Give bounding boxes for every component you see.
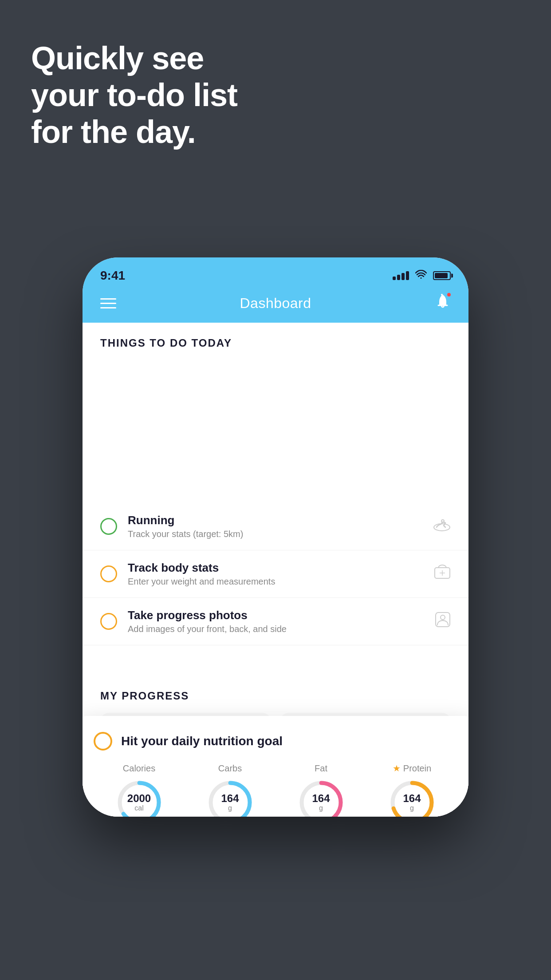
todo-item-running[interactable]: Running Track your stats (target: 5km) [83, 503, 468, 550]
fat-value: 164 [312, 792, 330, 804]
person-icon [435, 612, 451, 631]
calories-label: Calories [123, 763, 155, 774]
nutrition-fat: Fat 164 g [297, 763, 346, 817]
todo-name-body-stats: Track body stats [128, 561, 423, 575]
things-to-do-header: THINGS TO DO TODAY [83, 323, 468, 356]
calories-unit: cal [134, 804, 143, 812]
notification-dot [446, 292, 452, 297]
svg-point-8 [441, 615, 445, 620]
protein-label: ★ Protein [393, 763, 431, 774]
nutrition-goal-title: Hit your daily nutrition goal [121, 734, 283, 748]
todo-desc-running: Track your stats (target: 5km) [128, 529, 422, 539]
protein-unit: g [410, 804, 414, 812]
scale-icon [434, 564, 451, 584]
nutrition-calories: Calories 2000 cal [115, 763, 164, 817]
svg-point-0 [421, 277, 422, 279]
status-bar: 9:41 [83, 257, 468, 286]
protein-chart: 164 g [388, 778, 437, 817]
todo-text-running: Running Track your stats (target: 5km) [128, 514, 422, 539]
carbs-label: Carbs [218, 763, 242, 774]
todo-name-photos: Take progress photos [128, 609, 424, 622]
calories-chart: 2000 cal [115, 778, 164, 817]
phone-shell: 9:41 [83, 257, 468, 817]
todo-item-photos[interactable]: Take progress photos Add images of your … [83, 598, 468, 645]
nutrition-carbs: Carbs 164 g [206, 763, 255, 817]
todo-circle-running [100, 518, 117, 535]
notification-bell-icon[interactable] [435, 293, 451, 314]
todo-item-body-stats[interactable]: Track body stats Enter your weight and m… [83, 550, 468, 598]
todo-circle-body-stats [100, 565, 117, 582]
headline-line2: your to-do list [31, 77, 237, 113]
hamburger-menu[interactable] [100, 298, 116, 308]
todo-desc-photos: Add images of your front, back, and side [128, 624, 424, 634]
todo-desc-body-stats: Enter your weight and measurements [128, 577, 423, 587]
headline-line3: for the day. [31, 114, 196, 150]
todo-text-body-stats: Track body stats Enter your weight and m… [128, 561, 423, 587]
status-time: 9:41 [100, 269, 125, 283]
carbs-value: 164 [221, 792, 239, 804]
calories-value: 2000 [127, 792, 151, 804]
fat-label: Fat [315, 763, 327, 774]
signal-icon [393, 271, 409, 280]
main-content: THINGS TO DO TODAY Running Track your st… [83, 323, 468, 817]
fat-unit: g [319, 804, 323, 812]
nav-bar: Dashboard [83, 286, 468, 323]
wifi-icon [415, 270, 427, 281]
todo-section: Running Track your stats (target: 5km) [83, 356, 468, 645]
card-row-title: Hit your daily nutrition goal [94, 732, 457, 751]
headline: Quickly see your to-do list for the day. [31, 40, 237, 150]
carbs-chart: 164 g [206, 778, 255, 817]
nav-title: Dashboard [240, 295, 311, 312]
protein-value: 164 [403, 793, 421, 804]
nutrition-circles: Calories 2000 cal [94, 763, 457, 817]
todo-circle-photos [100, 613, 117, 630]
svg-point-1 [441, 294, 443, 296]
carbs-unit: g [228, 804, 232, 812]
status-icons [393, 270, 451, 281]
nutrition-protein: ★ Protein 164 g [388, 763, 437, 817]
star-icon: ★ [393, 763, 401, 774]
fat-chart: 164 g [297, 778, 346, 817]
todo-text-photos: Take progress photos Add images of your … [128, 609, 424, 634]
progress-header: MY PROGRESS [100, 690, 451, 702]
todo-list: Running Track your stats (target: 5km) [83, 356, 468, 645]
running-icon [433, 518, 451, 535]
battery-icon [433, 271, 451, 280]
todo-name-running: Running [128, 514, 422, 527]
nutrition-check-circle[interactable] [94, 732, 112, 751]
headline-line1: Quickly see [31, 40, 204, 76]
nutrition-card: Hit your daily nutrition goal Calories [83, 716, 468, 817]
svg-point-3 [441, 520, 444, 522]
